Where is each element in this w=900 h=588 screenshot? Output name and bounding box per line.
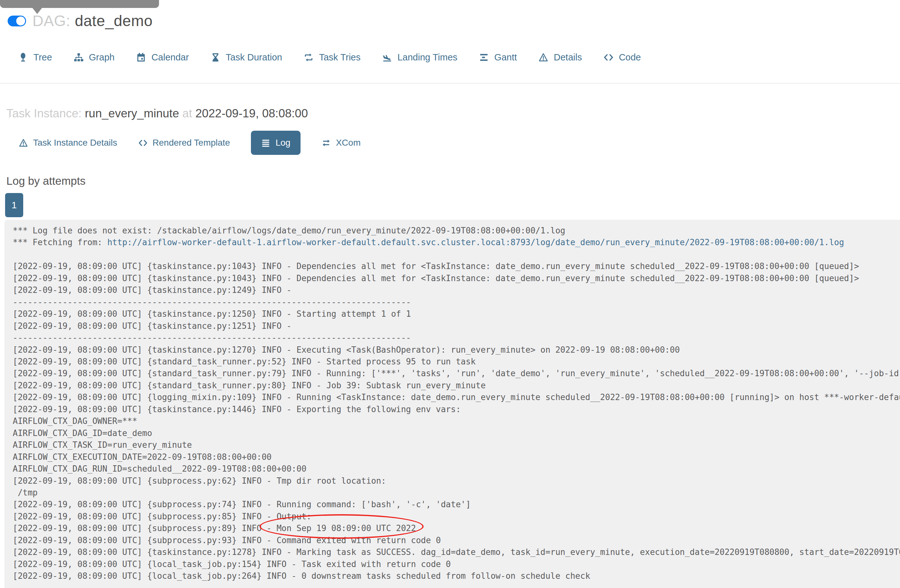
task-instance-heading: Task Instance: run_every_minute at 2022-… [6, 107, 308, 120]
log-line: *** Fetching from: http://airflow-worker… [13, 237, 900, 248]
tab-task-instance-details[interactable]: Task Instance Details [19, 138, 117, 148]
tab-tree[interactable]: Tree [18, 52, 52, 63]
log-line: AIRFLOW_CTX_DAG_OWNER=*** [13, 415, 900, 427]
tab-label: Task Duration [226, 52, 282, 63]
gantt-bars-icon [479, 53, 489, 62]
log-line: AIRFLOW_CTX_EXECUTION_DATE=2022-09-19T08… [13, 451, 900, 463]
code-icon [138, 138, 147, 147]
dag-view-tabs: TreeGraphCalendarTask DurationTask Tries… [18, 51, 641, 63]
log-line: [2022-09-19, 08:09:00 UTC] {taskinstance… [13, 320, 900, 332]
tab-calendar[interactable]: Calendar [136, 52, 189, 63]
repeat-icon [304, 53, 313, 62]
log-panel: *** Log file does not exist: /stackable/… [5, 220, 900, 588]
code-icon [604, 53, 613, 62]
tab-task-duration[interactable]: Task Duration [211, 52, 282, 63]
task-instance-name: run_every_minute [85, 107, 179, 120]
task-instance-datetime: 2022-09-19, 08:08:00 [195, 107, 308, 120]
log-line: [2022-09-19, 08:09:00 UTC] {taskinstance… [13, 403, 900, 415]
tab-label: Tree [33, 52, 52, 63]
plane-landing-icon [382, 53, 392, 62]
tab-code[interactable]: Code [604, 52, 641, 63]
tab-task-tries[interactable]: Task Tries [304, 52, 361, 63]
tab-rendered-template[interactable]: Rendered Template [138, 138, 230, 148]
header-divider [0, 83, 900, 84]
log-line: [2022-09-19, 08:09:00 UTC] {logging_mixi… [13, 391, 900, 403]
tooltip-bubble [0, 0, 159, 8]
log-line: [2022-09-19, 08:09:00 UTC] {standard_tas… [13, 356, 900, 368]
log-line: [2022-09-19, 08:09:00 UTC] {subprocess.p… [13, 499, 900, 510]
log-line: [2022-09-19, 08:09:00 UTC] {local_task_j… [13, 570, 900, 582]
log-line [13, 249, 900, 261]
warning-triangle-icon [538, 53, 548, 62]
log-line: *** Log file does not exist: /stackable/… [13, 225, 900, 237]
calendar-icon [136, 53, 146, 62]
dag-name: date_demo [75, 12, 153, 29]
tab-label: Landing Times [397, 52, 458, 63]
dag-pause-toggle[interactable] [8, 16, 26, 26]
page-title: DAG: date_demo [33, 12, 153, 29]
task-instance-label: Task Instance: [6, 107, 82, 120]
log-line: [2022-09-19, 08:09:00 UTC] {taskinstance… [13, 344, 900, 356]
dag-label: DAG: [33, 12, 70, 29]
tab-label: Task Tries [319, 52, 361, 63]
log-line: ----------------------------------------… [13, 296, 900, 308]
tab-label: Details [554, 52, 582, 63]
log-lines-icon [261, 138, 270, 147]
hourglass-icon [211, 53, 220, 62]
log-output: *** Log file does not exist: /stackable/… [13, 225, 900, 582]
log-line: [2022-09-19, 08:09:00 UTC] {taskinstance… [13, 273, 900, 284]
log-line: [2022-09-19, 08:09:00 UTC] {standard_tas… [13, 380, 900, 391]
log-line: [2022-09-19, 08:09:00 UTC] {taskinstance… [13, 546, 900, 558]
attempt-1-button[interactable]: 1 [5, 193, 23, 217]
tab-details[interactable]: Details [538, 52, 582, 63]
log-line: [2022-09-19, 08:09:00 UTC] {taskinstance… [13, 261, 900, 272]
tab-landing-times[interactable]: Landing Times [382, 52, 458, 63]
toggle-knob [16, 17, 25, 25]
tab-gantt[interactable]: Gantt [479, 52, 517, 63]
at-label: at [182, 107, 192, 120]
tab-label: Gantt [494, 52, 517, 63]
tab-label: Graph [89, 52, 115, 63]
log-url-link[interactable]: http://airflow-worker-default-1.airflow-… [107, 237, 844, 247]
tab-graph[interactable]: Graph [74, 52, 115, 63]
log-line: AIRFLOW_CTX_TASK_ID=run_every_minute [13, 439, 900, 451]
log-line: AIRFLOW_CTX_DAG_RUN_ID=scheduled__2022-0… [13, 463, 900, 475]
tab-log[interactable]: Log [251, 131, 301, 155]
log-circled-text: - Mon Sep 19 08:09:00 UTC 2022 [267, 523, 416, 534]
tab-label: Log [275, 138, 290, 148]
tab-label: Code [619, 52, 641, 63]
tree-icon [18, 53, 28, 62]
log-line: [2022-09-19, 08:09:00 UTC] {subprocess.p… [13, 475, 900, 487]
tab-xcom[interactable]: XCom [321, 138, 361, 148]
log-line: [2022-09-19, 08:09:00 UTC] {standard_tas… [13, 368, 900, 379]
log-line: [2022-09-19, 08:09:00 UTC] {subprocess.p… [13, 535, 900, 546]
sitemap-icon [74, 53, 84, 62]
task-instance-tabs: Task Instance DetailsRendered TemplateLo… [19, 130, 361, 155]
log-line: [2022-09-19, 08:09:00 UTC] {subprocess.p… [13, 523, 900, 534]
log-line: [2022-09-19, 08:09:00 UTC] {taskinstance… [13, 284, 900, 296]
log-line: [2022-09-19, 08:09:00 UTC] {taskinstance… [13, 308, 900, 320]
tab-label: Rendered Template [153, 138, 230, 148]
dag-header: DAG: date_demo [8, 12, 153, 29]
log-line: /tmp [13, 487, 900, 499]
attempt-selector: 1 [5, 193, 23, 217]
log-line: [2022-09-19, 08:09:00 UTC] {subprocess.p… [13, 511, 900, 523]
log-line: ----------------------------------------… [13, 332, 900, 344]
log-attempts-heading: Log by attempts [6, 175, 85, 187]
tab-label: XCom [336, 138, 361, 148]
warning-triangle-icon [19, 138, 28, 147]
tab-label: Task Instance Details [33, 138, 117, 148]
tab-label: Calendar [151, 52, 189, 63]
log-line: AIRFLOW_CTX_DAG_ID=date_demo [13, 427, 900, 439]
exchange-icon [321, 138, 331, 147]
log-line: [2022-09-19, 08:09:00 UTC] {local_task_j… [13, 559, 900, 570]
